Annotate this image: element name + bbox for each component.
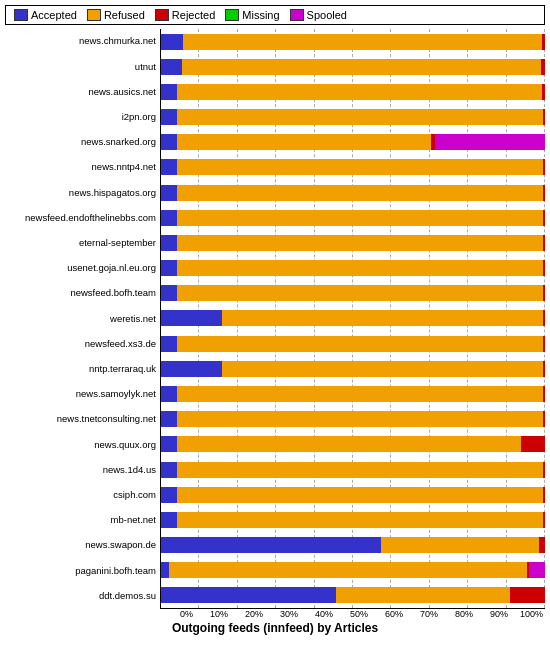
bar-segment: [543, 235, 545, 251]
bar-segment: [336, 587, 511, 603]
legend: Accepted Refused Rejected Missing Spoole…: [5, 5, 545, 25]
y-label: utnut: [5, 58, 156, 76]
legend-missing: Missing: [225, 9, 279, 21]
bar-segment: [542, 84, 545, 100]
y-label: newsfeed.endofthelinebbs.com: [5, 209, 156, 227]
bar-segment: [161, 235, 177, 251]
bar-segment: [177, 84, 542, 100]
legend-box-refused: [87, 9, 101, 21]
y-label: weretis.net: [5, 310, 156, 328]
bar-segment: [161, 487, 177, 503]
bar-row: 47957: [161, 361, 545, 377]
y-axis-labels: news.chmurka.netutnutnews.ausics.neti2pn…: [5, 29, 160, 609]
y-label: mb-net.net: [5, 511, 156, 529]
bar-segment: [381, 537, 538, 553]
bar-segment: [161, 537, 381, 553]
bar-segment: [222, 361, 543, 377]
bars-wrapper: 7943239080919817224816844133123581787401…: [161, 29, 545, 608]
bar-segment: [183, 34, 541, 50]
bar-row: 78777: [161, 462, 545, 478]
bar-segment: [177, 109, 543, 125]
bar-segment: [161, 587, 336, 603]
chart-container: Accepted Refused Rejected Missing Spoole…: [0, 0, 550, 655]
legend-rejected: Rejected: [155, 9, 215, 21]
y-label: news.hispagatos.org: [5, 184, 156, 202]
bar-row: 867611: [161, 185, 545, 201]
bar-segment: [177, 386, 543, 402]
bar-segment: [161, 260, 177, 276]
bar-segment: [542, 34, 545, 50]
legend-label-spooled: Spooled: [307, 9, 347, 21]
bar-segment: [161, 34, 183, 50]
bar-segment: [543, 159, 545, 175]
bar-row: 8091981: [161, 59, 545, 75]
legend-label-rejected: Rejected: [172, 9, 215, 21]
legend-box-rejected: [155, 9, 169, 21]
bar-segment: [177, 336, 543, 352]
bar-row: 78547: [161, 285, 545, 301]
legend-box-missing: [225, 9, 239, 21]
bar-row: 1235817: [161, 134, 545, 150]
y-label: news.tnetconsulting.net: [5, 411, 156, 429]
x-axis-label: 40%: [300, 609, 335, 619]
bar-row: 67897: [161, 386, 545, 402]
bar-row: 7224816: [161, 84, 545, 100]
bar-segment: [161, 361, 222, 377]
bar-segment: [161, 462, 177, 478]
bar-segment: [161, 562, 169, 578]
y-label: news.1d4.us: [5, 461, 156, 479]
legend-spooled: Spooled: [290, 9, 347, 21]
x-axis-label: 60%: [370, 609, 405, 619]
bar-segment: [177, 436, 521, 452]
bar-segment: [161, 185, 177, 201]
bar-segment: [543, 512, 545, 528]
y-label: news.chmurka.net: [5, 33, 156, 51]
bar-segment: [543, 336, 545, 352]
bar-segment: [161, 59, 182, 75]
y-label: news.swapon.de: [5, 537, 156, 555]
bar-segment: [543, 411, 545, 427]
x-axis-label: 70%: [405, 609, 440, 619]
x-axis-label: 50%: [335, 609, 370, 619]
y-label: ddt.demos.su: [5, 587, 156, 605]
bar-row: 80167: [161, 512, 545, 528]
bar-row: 80017: [161, 336, 545, 352]
bar-row: 127430: [161, 562, 545, 578]
bar-segment: [169, 562, 527, 578]
bar-segment: [161, 512, 177, 528]
bar-segment: [510, 587, 545, 603]
bar-segment: [543, 185, 545, 201]
x-axis-label: 100%: [510, 609, 545, 619]
bar-segment: [543, 210, 545, 226]
bar-segment: [161, 210, 177, 226]
x-axis-label: 20%: [230, 609, 265, 619]
y-label: usenet.goja.nl.eu.org: [5, 259, 156, 277]
legend-accepted: Accepted: [14, 9, 77, 21]
chart-area: news.chmurka.netutnutnews.ausics.neti2pn…: [5, 29, 545, 609]
bar-segment: [161, 411, 177, 427]
bar-row: 63787: [161, 235, 545, 251]
y-label: paganini.bofh.team: [5, 562, 156, 580]
bar-segment: [177, 285, 543, 301]
bar-row: 320: [161, 587, 545, 603]
legend-label-accepted: Accepted: [31, 9, 77, 21]
bar-segment: [543, 260, 545, 276]
bar-segment: [177, 260, 543, 276]
bar-segment: [543, 109, 545, 125]
legend-box-accepted: [14, 9, 28, 21]
bar-row: 778310: [161, 210, 545, 226]
bar-row: 79432390: [161, 34, 545, 50]
y-label: eternal-september: [5, 234, 156, 252]
y-label: newsfeed.bofh.team: [5, 285, 156, 303]
x-axis-label: 30%: [265, 609, 300, 619]
bar-row: 76267: [161, 260, 545, 276]
bar-row: 42517: [161, 310, 545, 326]
y-label: i2pn.org: [5, 108, 156, 126]
bar-segment: [177, 159, 543, 175]
bar-segment: [521, 436, 545, 452]
bars-area: 7943239080919817224816844133123581787401…: [160, 29, 545, 609]
bar-segment: [543, 310, 545, 326]
bar-segment: [161, 386, 177, 402]
bar-segment: [161, 436, 177, 452]
bar-row: 81127: [161, 411, 545, 427]
